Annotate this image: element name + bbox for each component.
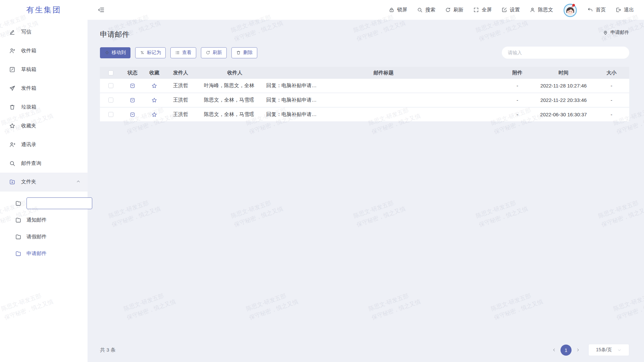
topbar-item-4-label: 设置 bbox=[510, 7, 520, 13]
sidebar-item-label: 写信 bbox=[21, 29, 31, 35]
view-button[interactable]: 查看 bbox=[170, 47, 196, 58]
delete-button[interactable]: 删除 bbox=[231, 47, 257, 58]
recipients-cell: 陈思文，全林，马雪瑶 bbox=[204, 97, 266, 103]
sidebar-item-7[interactable]: 邮件查询 bbox=[0, 154, 88, 173]
button-label: 删除 bbox=[243, 50, 253, 56]
folder-item-0[interactable]: 通知邮件 bbox=[0, 212, 88, 228]
column-header-4: 邮件标题 bbox=[266, 70, 501, 76]
topbar-item-2[interactable]: 刷新 bbox=[445, 7, 464, 13]
page-size-select[interactable]: 15条/页 bbox=[588, 344, 629, 356]
attachment-cell: - bbox=[501, 112, 533, 117]
current-page-button[interactable]: 1 bbox=[560, 345, 572, 356]
trash-icon bbox=[9, 104, 15, 110]
button-label: 刷新 bbox=[213, 50, 222, 56]
new-folder-input[interactable] bbox=[26, 197, 92, 209]
settings-icon bbox=[501, 7, 507, 13]
topbar-item-3-label: 全屏 bbox=[482, 7, 492, 13]
sidebar-collapse-button[interactable] bbox=[98, 6, 105, 13]
row-checkbox[interactable] bbox=[108, 112, 113, 117]
logout-icon bbox=[615, 7, 621, 13]
column-header-7: 大小 bbox=[594, 70, 629, 76]
move-icon bbox=[105, 50, 109, 55]
sidebar-item-folders[interactable]: 文件夹 bbox=[0, 173, 88, 191]
topbar-item-4[interactable]: 设置 bbox=[501, 7, 520, 13]
status-cell bbox=[121, 83, 144, 89]
sidebar-item-5[interactable]: 收藏夹 bbox=[0, 116, 88, 135]
move-to-button[interactable]: 移动到 bbox=[100, 47, 130, 58]
next-page-button[interactable] bbox=[576, 348, 580, 352]
row-checkbox[interactable] bbox=[108, 83, 113, 88]
sidebar-item-1[interactable]: 收件箱 bbox=[0, 41, 88, 60]
sidebar-menu: 写信收件箱草稿箱发件箱垃圾箱收藏夹通讯录邮件查询 bbox=[0, 22, 88, 173]
topbar: 锁屏搜索刷新全屏设置陈思文首页退出 bbox=[88, 0, 644, 20]
row-checkbox[interactable] bbox=[108, 98, 113, 103]
row-checkbox-cell bbox=[100, 83, 121, 88]
topbar-item-1-label: 搜索 bbox=[425, 7, 435, 13]
star-icon[interactable] bbox=[151, 97, 157, 103]
recipients-cell: 叶海峰，陈思文，全林 bbox=[204, 82, 266, 89]
folder-item-1[interactable]: 请假邮件 bbox=[0, 228, 88, 245]
topbar-item-3[interactable]: 全屏 bbox=[473, 7, 492, 13]
page-size-value: 15条/页 bbox=[596, 347, 612, 353]
favorite-cell bbox=[144, 83, 165, 89]
recipients-cell: 陈思文，全林，马雪瑶 bbox=[204, 111, 266, 118]
sidebar-item-label: 通讯录 bbox=[21, 141, 36, 148]
topbar-item-5[interactable]: 陈思文 bbox=[530, 7, 553, 13]
user-icon bbox=[530, 7, 535, 13]
logout-button[interactable]: 退出 bbox=[615, 7, 634, 13]
button-label: 移动到 bbox=[112, 50, 126, 56]
chevron-down-icon bbox=[617, 348, 622, 352]
status-cell bbox=[121, 112, 144, 118]
drafts-icon bbox=[9, 66, 15, 73]
fullscreen-icon bbox=[473, 7, 479, 13]
star-icon[interactable] bbox=[151, 83, 157, 89]
column-header-5: 附件 bbox=[501, 70, 533, 76]
favorite-cell bbox=[144, 97, 165, 103]
folder-item-2[interactable]: 申请邮件 bbox=[0, 245, 88, 262]
table-footer: 共 3 条 1 15条/页 bbox=[100, 338, 629, 362]
view-icon bbox=[175, 50, 180, 55]
sidebar-item-4[interactable]: 垃圾箱 bbox=[0, 98, 88, 116]
row-checkbox-cell bbox=[100, 112, 121, 117]
prev-page-button[interactable] bbox=[552, 348, 556, 352]
folder-list: 通知邮件请假邮件申请邮件 bbox=[0, 191, 88, 262]
topbar-item-0[interactable]: 锁屏 bbox=[389, 7, 407, 13]
table-row[interactable]: 王洪哲陈思文，全林，马雪瑶回复：电脑补贴申请…-2022-11-22 20:33… bbox=[100, 93, 629, 107]
home-button[interactable]: 首页 bbox=[587, 7, 606, 13]
sidebar-item-0[interactable]: 写信 bbox=[0, 22, 88, 41]
table-row[interactable]: 王洪哲叶海峰，陈思文，全林回复：电脑补贴申请…-2022-11-28 10:27… bbox=[100, 79, 629, 93]
content: 申请邮件 申请邮件 移动到标记为查看刷新删除 状态收藏发件人收件人邮件标题附件时… bbox=[88, 20, 644, 362]
compose-icon bbox=[9, 29, 15, 35]
mail-search-icon bbox=[9, 160, 15, 167]
table-header: 状态收藏发件人收件人邮件标题附件时间大小 bbox=[100, 67, 629, 79]
sender-cell: 王洪哲 bbox=[165, 82, 204, 89]
home-icon bbox=[587, 7, 593, 13]
refresh-icon bbox=[445, 7, 451, 13]
sidebar-item-6[interactable]: 通讯录 bbox=[0, 135, 88, 154]
mark-as-button[interactable]: 标记为 bbox=[135, 47, 166, 58]
folder-plus-icon bbox=[9, 179, 15, 185]
star-icon[interactable] bbox=[151, 112, 157, 118]
inbox-icon bbox=[9, 48, 15, 54]
sidebar-item-label: 收件箱 bbox=[21, 48, 36, 54]
size-cell: - bbox=[594, 112, 629, 117]
breadcrumb[interactable]: 申请邮件 bbox=[603, 29, 629, 36]
sidebar-item-3[interactable]: 发件箱 bbox=[0, 79, 88, 98]
column-header-2: 发件人 bbox=[165, 70, 204, 76]
table-row[interactable]: 王洪哲陈思文，全林，马雪瑶回复：电脑补贴申请…-2022-06-30 16:30… bbox=[100, 108, 629, 121]
refresh-button[interactable]: 刷新 bbox=[201, 47, 227, 58]
user-avatar[interactable] bbox=[563, 3, 578, 17]
size-cell: - bbox=[594, 83, 629, 88]
folder-item-label: 通知邮件 bbox=[26, 217, 47, 223]
button-label: 查看 bbox=[182, 50, 192, 56]
main-area: 锁屏搜索刷新全屏设置陈思文首页退出 申请邮件 申请邮件 移动到标记为查看刷新删除… bbox=[88, 0, 644, 362]
size-cell: - bbox=[594, 97, 629, 103]
select-all-checkbox[interactable] bbox=[108, 70, 113, 75]
search-input[interactable] bbox=[502, 47, 629, 59]
sidebar-item-label: 收藏夹 bbox=[21, 123, 36, 129]
folder-icon bbox=[15, 200, 21, 206]
refresh-icon bbox=[206, 50, 210, 55]
chevron-up-icon[interactable] bbox=[76, 179, 81, 185]
topbar-item-1[interactable]: 搜索 bbox=[417, 7, 435, 13]
sidebar-item-2[interactable]: 草稿箱 bbox=[0, 60, 88, 79]
